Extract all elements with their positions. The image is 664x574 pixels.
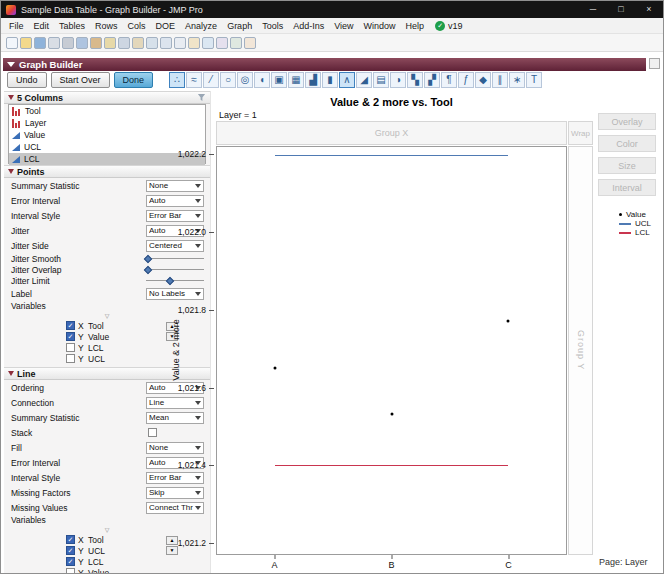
- menu-edit[interactable]: Edit: [29, 21, 55, 31]
- continuous-column-icon: [12, 144, 20, 151]
- undo-icon[interactable]: [118, 37, 130, 49]
- menu-rows[interactable]: Rows: [90, 21, 123, 31]
- print-icon[interactable]: [48, 37, 60, 49]
- line-variable-lcl[interactable]: ✓YLCL: [4, 556, 210, 567]
- graph-builder-header[interactable]: Graph Builder: [3, 58, 646, 71]
- menu-view[interactable]: View: [329, 21, 358, 31]
- zoom-icon[interactable]: [160, 37, 172, 49]
- treemap-element-icon[interactable]: ▚: [407, 72, 423, 88]
- text-element-icon[interactable]: T: [526, 72, 542, 88]
- heatmap-element-icon[interactable]: ▦: [288, 72, 304, 88]
- menu-tools[interactable]: Tools: [257, 21, 288, 31]
- plot-area[interactable]: [216, 146, 567, 555]
- column-item-value[interactable]: Value: [9, 129, 205, 141]
- column-item-layer[interactable]: Layer: [9, 117, 205, 129]
- variable-name: UCL: [88, 546, 105, 556]
- menu-cols[interactable]: Cols: [123, 21, 151, 31]
- parallel-element-icon[interactable]: ∥: [492, 72, 508, 88]
- group-x-dropzone[interactable]: Group X: [216, 121, 567, 145]
- y-axis[interactable]: 1,022.21,022.01,021.81,021.61,021.41,021…: [151, 146, 214, 555]
- wrap-dropzone[interactable]: Wrap: [568, 121, 593, 145]
- search-icon[interactable]: [174, 37, 186, 49]
- disclosure-triangle-icon[interactable]: [8, 95, 14, 100]
- disclosure-icon[interactable]: [7, 62, 15, 67]
- dropzone-size[interactable]: Size: [598, 157, 656, 174]
- dropzone-overlay[interactable]: Overlay: [598, 113, 656, 130]
- ellipse-element-icon[interactable]: ○: [220, 72, 236, 88]
- menu-addins[interactable]: Add-Ins: [288, 21, 329, 31]
- maximize-button[interactable]: □: [607, 1, 635, 18]
- start-over-button[interactable]: Start Over: [51, 72, 110, 88]
- line-of-fit-element-icon[interactable]: ⁄: [203, 72, 219, 88]
- column-item-tool[interactable]: Tool: [9, 105, 205, 117]
- lcl-variable-checkbox[interactable]: ✓: [66, 557, 75, 566]
- cut-icon[interactable]: [62, 37, 74, 49]
- menu-doe[interactable]: DOE: [151, 21, 181, 31]
- packed-bars-element-icon[interactable]: ▞: [424, 72, 440, 88]
- contour-element-icon[interactable]: ◎: [237, 72, 253, 88]
- network-element-icon[interactable]: ∗: [509, 72, 525, 88]
- connection-status-icon[interactable]: ✓: [435, 21, 445, 31]
- value-variable-checkbox[interactable]: [66, 568, 75, 573]
- report-pin-icon[interactable]: [649, 58, 660, 69]
- menu-file[interactable]: File: [4, 21, 29, 31]
- filter-funnel-icon[interactable]: [197, 93, 206, 102]
- mosaic-element-icon[interactable]: ▤: [373, 72, 389, 88]
- menu-window[interactable]: Window: [359, 21, 401, 31]
- ucl-variable-checkbox[interactable]: [66, 354, 75, 363]
- histogram-element-icon[interactable]: ▟: [305, 72, 321, 88]
- area-element-icon[interactable]: ◢: [356, 72, 372, 88]
- copy-icon[interactable]: [76, 37, 88, 49]
- script-icon[interactable]: [146, 37, 158, 49]
- disclosure-triangle-icon[interactable]: [8, 169, 14, 174]
- disclosure-triangle-icon[interactable]: [8, 371, 14, 376]
- jmp-window: Sample Data Table - Graph Builder - JMP …: [0, 0, 664, 574]
- ucl-reference-line: [275, 155, 508, 157]
- formula-element-icon[interactable]: ƒ: [458, 72, 474, 88]
- bar-element-icon[interactable]: ▮: [322, 72, 338, 88]
- points-element-icon[interactable]: ∴: [169, 72, 185, 88]
- lasso-tool-icon[interactable]: [216, 37, 228, 49]
- menu-graph[interactable]: Graph: [222, 21, 257, 31]
- variable-name: Tool: [88, 535, 104, 545]
- menu-analyze[interactable]: Analyze: [180, 21, 222, 31]
- page-dropzone[interactable]: Page: Layer: [599, 557, 648, 567]
- paste-icon[interactable]: [90, 37, 102, 49]
- menu-help[interactable]: Help: [401, 21, 430, 31]
- axis-role-label: X: [78, 321, 85, 331]
- crosshair-tool-icon[interactable]: [230, 37, 242, 49]
- new-data-table-icon[interactable]: [6, 37, 18, 49]
- dropzone-interval[interactable]: Interval: [598, 179, 656, 196]
- tool-variable-checkbox[interactable]: ✓: [66, 321, 75, 330]
- undo-button[interactable]: Undo: [7, 72, 47, 88]
- grabber-hand-icon[interactable]: [188, 37, 200, 49]
- axis-role-label: Y: [78, 332, 85, 342]
- journal-icon[interactable]: [132, 37, 144, 49]
- pie-element-icon[interactable]: ◑: [390, 72, 406, 88]
- columns-panel-header[interactable]: 5 Columns: [4, 91, 210, 104]
- x-axis[interactable]: ABC: [216, 555, 567, 571]
- nominal-column-icon: [12, 119, 21, 128]
- value-variable-checkbox[interactable]: ✓: [66, 332, 75, 341]
- close-button[interactable]: ×: [635, 1, 663, 18]
- map-shapes-element-icon[interactable]: ◆: [475, 72, 491, 88]
- save-icon[interactable]: [34, 37, 46, 49]
- format-painter-icon[interactable]: [104, 37, 116, 49]
- brush-tool-icon[interactable]: [202, 37, 214, 49]
- lcl-variable-checkbox[interactable]: [66, 343, 75, 352]
- menu-tables[interactable]: Tables: [54, 21, 90, 31]
- violin-element-icon[interactable]: ◖: [254, 72, 270, 88]
- smoother-element-icon[interactable]: ≈: [186, 72, 202, 88]
- tool-variable-checkbox[interactable]: ✓: [66, 535, 75, 544]
- line-element-icon[interactable]: ∧: [339, 72, 355, 88]
- box-plot-element-icon[interactable]: ▣: [271, 72, 287, 88]
- ucl-variable-checkbox[interactable]: ✓: [66, 546, 75, 555]
- open-icon[interactable]: [20, 37, 32, 49]
- minimize-button[interactable]: ─: [579, 1, 607, 18]
- annotate-tool-icon[interactable]: [244, 37, 256, 49]
- caption-box-element-icon[interactable]: ¶: [441, 72, 457, 88]
- group-y-dropzone[interactable]: Group Y: [568, 146, 593, 555]
- done-button[interactable]: Done: [114, 72, 154, 88]
- dropzone-color[interactable]: Color: [598, 135, 656, 152]
- line-variable-value[interactable]: YValue: [4, 567, 210, 573]
